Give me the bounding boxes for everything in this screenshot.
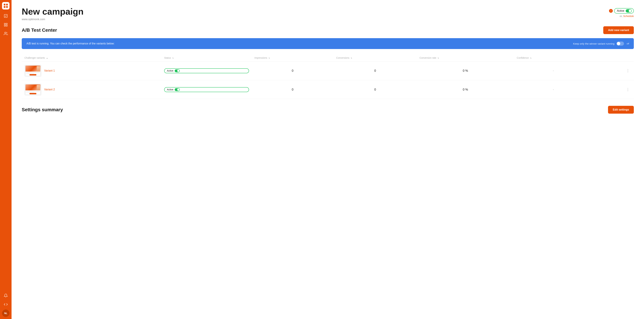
banner-toggle-switch[interactable]	[616, 41, 624, 46]
table-row: Variant 1 Active 0 0 0 %	[22, 61, 634, 80]
variant2-conv-rate-cell: 0 %	[417, 80, 514, 99]
svg-point-9	[4, 32, 6, 33]
variant2-impressions: 0	[254, 88, 331, 91]
col-conversion-rate[interactable]: Conversion rate ⇅	[417, 54, 514, 61]
table-header: Challenger variants ▲ Status ⇅ Impressio…	[22, 54, 634, 61]
sort-icon-confidence: ⇅	[530, 57, 532, 59]
variant2-conversions-cell: 0	[334, 80, 417, 99]
settings-title: Settings summary	[22, 107, 63, 112]
variant2-confidence-cell: -	[514, 80, 593, 99]
banner-text: A/B test is running. You can check the p…	[26, 42, 114, 45]
active-toggle-switch[interactable]	[626, 9, 632, 12]
page-subtitle: www.optimonk.com	[22, 18, 84, 21]
variant1-conversions: 0	[336, 69, 414, 73]
avatar[interactable]: NL	[2, 310, 10, 317]
logo[interactable]	[2, 2, 10, 9]
sidebar-item-notifications[interactable]	[2, 292, 10, 299]
variant2-actions-cell: ⋮	[593, 80, 634, 99]
variant1-popup-bar1	[26, 72, 40, 73]
col-status[interactable]: Status ⇅	[162, 54, 252, 61]
variant2-popup-figure	[37, 85, 40, 90]
variant1-status-cell: Active	[162, 61, 252, 80]
table-row: Variant 2 Active 0 0 0 %	[22, 80, 634, 99]
title-area: New campaign www.optimonk.com	[22, 7, 84, 21]
svg-rect-5	[4, 23, 6, 24]
variant1-popup-figure	[37, 66, 40, 71]
col-actions	[593, 54, 634, 61]
active-toggle-pill[interactable]: Active	[614, 8, 634, 13]
variant1-name[interactable]: Variant 1	[44, 69, 55, 72]
col-confidence[interactable]: Confidence ⇅	[514, 54, 593, 61]
active-badge-row: ! Active	[609, 8, 634, 13]
variant1-impressions-cell: 0	[252, 61, 334, 80]
col-variant[interactable]: Challenger variants ▲	[22, 54, 162, 61]
variant1-popup-header	[26, 71, 40, 76]
sidebar: NL	[0, 0, 12, 319]
schedule-link[interactable]: Schedule	[623, 14, 634, 17]
main-content: New campaign www.optimonk.com ! Active o…	[12, 0, 644, 319]
svg-rect-8	[6, 25, 7, 26]
sort-icon-variant: ▲	[46, 57, 48, 59]
variant1-confidence-cell: -	[514, 61, 593, 80]
table-body: Variant 1 Active 0 0 0 %	[22, 61, 634, 99]
variant2-name[interactable]: Variant 2	[44, 88, 55, 91]
variant2-status-toggle[interactable]	[175, 88, 180, 91]
variant2-cell-inner: Variant 2	[24, 84, 159, 95]
page-title: New campaign	[22, 7, 84, 16]
banner-winner-label: Keep only the winner variant running	[573, 42, 614, 45]
variant1-more-button[interactable]: ⋮	[596, 68, 631, 73]
variant2-confidence: -	[517, 88, 590, 91]
variant2-cell: Variant 2	[22, 80, 162, 99]
variant1-conv-rate-cell: 0 %	[417, 61, 514, 80]
variant1-status-pill[interactable]: Active	[164, 68, 249, 73]
edit-settings-button[interactable]: Edit settings	[608, 106, 634, 114]
variant2-popup-image	[26, 84, 40, 90]
active-label: Active	[617, 9, 624, 12]
variant2-status-pill[interactable]: Active	[164, 87, 249, 92]
settings-section: Settings summary Edit settings	[22, 106, 634, 114]
variant2-popup-header	[26, 90, 40, 95]
svg-rect-2	[4, 6, 6, 8]
variants-table: Challenger variants ▲ Status ⇅ Impressio…	[22, 54, 634, 99]
variant1-status-toggle[interactable]	[175, 69, 180, 72]
variant1-cell-inner: Variant 1	[24, 65, 159, 77]
variant1-conversions-cell: 0	[334, 61, 417, 80]
col-conversions[interactable]: Conversions ⇅	[334, 54, 417, 61]
variant1-thumbnail	[24, 65, 42, 77]
schedule-link-area: or, Schedule	[620, 14, 634, 17]
page-header: New campaign www.optimonk.com ! Active o…	[22, 7, 634, 21]
sidebar-item-users[interactable]	[2, 30, 10, 37]
variant2-popup-bar2	[26, 92, 34, 93]
sidebar-item-code[interactable]	[2, 301, 10, 308]
svg-rect-1	[6, 4, 8, 5]
variant1-actions-cell: ⋮	[593, 61, 634, 80]
variant1-popup-button	[30, 74, 36, 75]
warning-icon: !	[609, 9, 613, 13]
sort-icon-conversion-rate: ⇅	[438, 57, 439, 59]
variant1-conv-rate: 0 %	[420, 69, 511, 73]
settings-header: Settings summary Edit settings	[22, 106, 634, 114]
ab-test-title: A/B Test Center	[22, 27, 57, 33]
ab-test-banner: A/B test is running. You can check the p…	[22, 38, 634, 49]
schedule-prefix: or,	[620, 14, 622, 17]
variant1-cell: Variant 1	[22, 61, 162, 80]
sidebar-item-analytics[interactable]	[2, 12, 10, 20]
banner-toggle-label: off	[627, 42, 629, 45]
col-impressions[interactable]: Impressions ⇅	[252, 54, 334, 61]
ab-test-section-header: A/B Test Center Add new variant	[22, 26, 634, 34]
variant2-popup-button	[30, 93, 36, 94]
variant2-mini-popup	[25, 84, 40, 95]
header-right: ! Active or, Schedule	[609, 7, 634, 17]
variant2-conv-rate: 0 %	[420, 88, 511, 91]
svg-rect-6	[6, 23, 7, 24]
variant2-more-button[interactable]: ⋮	[596, 87, 631, 92]
variant2-thumbnail	[24, 84, 42, 95]
variant2-conversions: 0	[336, 88, 414, 91]
sidebar-item-campaigns[interactable]	[2, 21, 10, 28]
sort-icon-impressions: ⇅	[268, 57, 270, 59]
variant1-mini-popup	[25, 65, 40, 76]
sort-icon-status: ⇅	[172, 57, 174, 59]
add-variant-button[interactable]: Add new variant	[603, 26, 634, 34]
svg-rect-4	[4, 14, 7, 17]
variant1-popup-bar2	[26, 73, 34, 74]
